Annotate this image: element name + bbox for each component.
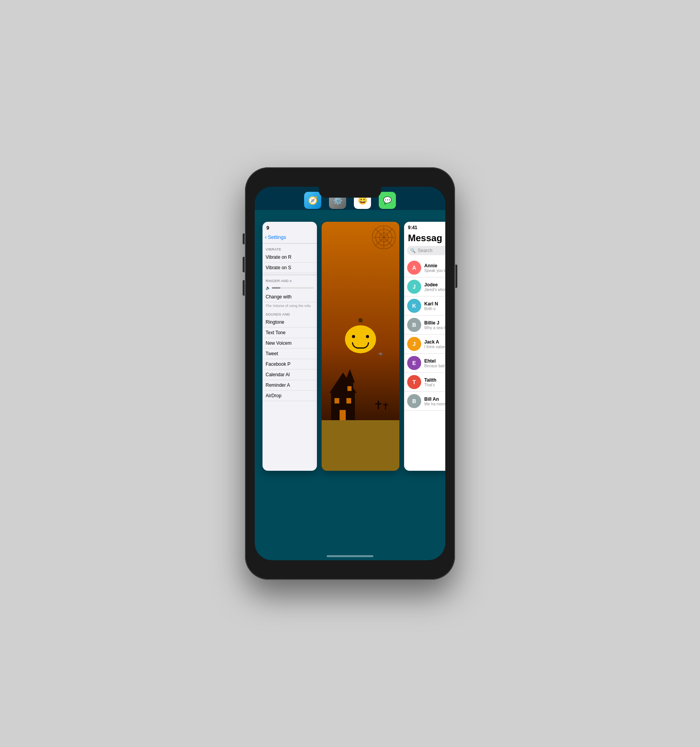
message-preview: We ha mornin xyxy=(424,402,445,406)
message-rows-container: AAnnieSpeak you toJJodeeJared's wholeKKa… xyxy=(404,258,445,411)
messages-card[interactable]: 9:41 Edit Messag 🔍 Search AAnnieSpeak yo… xyxy=(404,222,445,471)
svg-rect-11 xyxy=(334,398,339,403)
message-row[interactable]: EEhtelBecaus bait st xyxy=(404,354,445,373)
pumpkin-body xyxy=(345,325,376,353)
avatar: E xyxy=(407,356,421,370)
message-sender-name: Annie xyxy=(424,263,445,268)
pumpkin-right-eye xyxy=(366,335,369,338)
svg-rect-17 xyxy=(385,403,386,410)
avatar: J xyxy=(407,337,421,351)
pumpkin-stem xyxy=(359,318,362,322)
message-row[interactable]: AAnnieSpeak you to xyxy=(404,258,445,277)
halloween-ground xyxy=(322,420,399,471)
message-row[interactable]: KKarl NBoth o xyxy=(404,296,445,316)
svg-rect-16 xyxy=(375,403,382,405)
messages-search-bar[interactable]: 🔍 Search xyxy=(407,246,445,255)
notch xyxy=(319,187,381,198)
vibrate-on-ring-row[interactable]: Vibrate on R xyxy=(262,252,317,263)
pumpkin xyxy=(345,318,376,349)
text-tone-row[interactable]: Text Tone xyxy=(262,328,317,338)
cemetery-crosses-icon xyxy=(374,401,394,420)
avatar: B xyxy=(407,318,421,332)
messages-app-icon[interactable]: 💬 xyxy=(379,192,396,209)
svg-rect-13 xyxy=(340,410,346,420)
svg-rect-15 xyxy=(378,401,379,409)
volume-up-button[interactable] xyxy=(243,257,245,272)
back-arrow-icon: ‹ xyxy=(265,234,267,240)
avatar: T xyxy=(407,375,421,389)
message-row[interactable]: JJack AI think value a xyxy=(404,335,445,354)
message-row[interactable]: BBillie JWhy a sea tu xyxy=(404,316,445,335)
message-sender-name: Ehtel xyxy=(424,358,445,364)
svg-rect-12 xyxy=(346,398,351,403)
vibrate-on-silent-row[interactable]: Vibrate on S xyxy=(262,263,317,273)
ringtone-row[interactable]: Ringtone xyxy=(262,317,317,328)
sounds-section-header: SOUNDS AND xyxy=(262,310,317,317)
silent-button[interactable] xyxy=(243,233,245,244)
message-preview: I think value a xyxy=(424,345,445,349)
facebook-row[interactable]: Facebook P xyxy=(262,359,317,370)
calendar-alert-row[interactable]: Calendar Al xyxy=(262,370,317,380)
cards-container: 9 ‹ Settings VIBRATE Vibrate on R Vibrat… xyxy=(255,222,445,471)
svg-rect-14 xyxy=(347,386,352,391)
messages-time: 9:41 xyxy=(408,225,417,230)
volume-track[interactable] xyxy=(272,287,314,289)
message-content: Karl NBoth o xyxy=(424,301,445,311)
ifunny-card[interactable]: 🦇 🦇 xyxy=(322,222,399,471)
divider-1 xyxy=(262,243,317,244)
message-row[interactable]: JJodeeJared's whole xyxy=(404,277,445,296)
message-content: Billie JWhy a sea tu xyxy=(424,320,445,330)
home-indicator[interactable] xyxy=(327,555,373,557)
safari-app-icon[interactable]: 🧭 xyxy=(304,192,321,209)
message-preview: Jared's whole xyxy=(424,288,445,292)
phone-screen: 🧭 ⚙️ 😀 💬 9 ‹ Settings xyxy=(255,187,445,560)
tweet-row[interactable]: Tweet xyxy=(262,349,317,359)
message-content: AnnieSpeak you to xyxy=(424,263,445,273)
message-row[interactable]: BBill AnWe ha mornin xyxy=(404,392,445,411)
messages-time-bar: 9:41 Edit xyxy=(404,222,445,232)
search-placeholder: Search xyxy=(418,248,432,253)
vibrate-section-header: VIBRATE xyxy=(262,245,317,252)
message-sender-name: Karl N xyxy=(424,301,445,307)
message-content: Jack AI think value a xyxy=(424,339,445,349)
avatar: J xyxy=(407,280,421,294)
avatar: B xyxy=(407,394,421,408)
message-sender-name: Billie J xyxy=(424,320,445,326)
settings-back-row[interactable]: ‹ Settings xyxy=(262,232,317,242)
new-voicemail-row[interactable]: New Voicem xyxy=(262,338,317,349)
message-content: EhtelBecaus bait st xyxy=(424,358,445,368)
settings-card[interactable]: 9 ‹ Settings VIBRATE Vibrate on R Vibrat… xyxy=(262,222,317,471)
message-sender-name: Talith xyxy=(424,377,445,383)
message-preview: Speak you to xyxy=(424,268,445,273)
svg-marker-10 xyxy=(345,369,355,383)
messages-icon: 💬 xyxy=(383,196,392,205)
message-sender-name: Jodee xyxy=(424,282,445,288)
message-sender-name: Jack A xyxy=(424,339,445,345)
power-button[interactable] xyxy=(455,265,457,288)
halloween-background: 🦇 🦇 xyxy=(322,222,399,471)
message-preview: Why a sea tu xyxy=(424,326,445,330)
messages-title: Messag xyxy=(404,232,445,246)
message-sender-name: Bill An xyxy=(424,396,445,402)
phone-frame: 🧭 ⚙️ 😀 💬 9 ‹ Settings xyxy=(245,167,455,580)
avatar: A xyxy=(407,261,421,275)
settings-card-time: 9 xyxy=(262,222,317,232)
ringer-section-header: RINGER AND A xyxy=(262,277,317,284)
message-content: JodeeJared's whole xyxy=(424,282,445,292)
safari-icon: 🧭 xyxy=(308,196,318,205)
volume-fill xyxy=(272,287,280,289)
bat-icon-2: 🦇 xyxy=(378,351,383,357)
message-row[interactable]: TTalithThat's xyxy=(404,373,445,392)
reminder-alert-row[interactable]: Reminder A xyxy=(262,380,317,391)
volume-slider-row: 🔈 xyxy=(262,284,317,292)
volume-down-button[interactable] xyxy=(243,280,245,296)
settings-back-label: Settings xyxy=(268,234,286,240)
message-preview: That's xyxy=(424,383,445,387)
avatar: K xyxy=(407,299,421,313)
divider-2 xyxy=(262,275,317,275)
message-preview: Becaus bait st xyxy=(424,364,445,368)
spiderweb-icon xyxy=(372,226,396,249)
airdrop-row[interactable]: AirDrop xyxy=(262,391,317,401)
volume-note: The Volume of using the volu xyxy=(262,302,317,310)
change-with-buttons-row[interactable]: Change with xyxy=(262,292,317,302)
